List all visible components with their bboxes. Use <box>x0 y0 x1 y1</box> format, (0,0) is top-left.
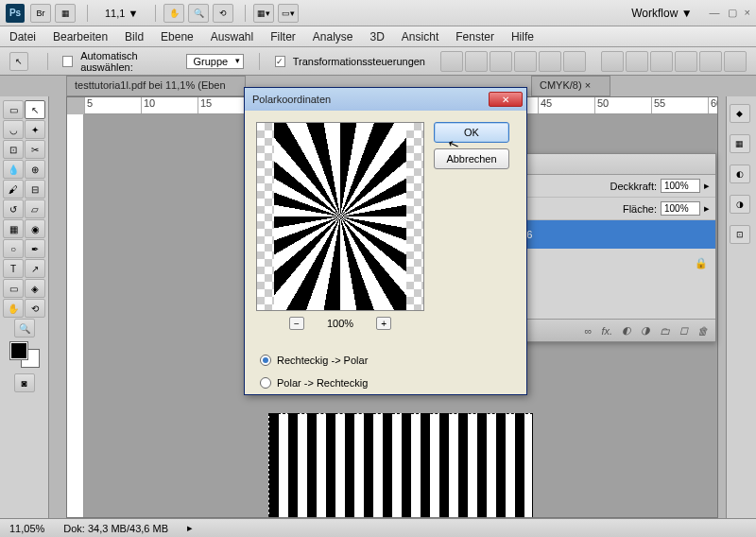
hand-icon[interactable]: ✋ <box>163 4 184 23</box>
wand-tool[interactable]: ✦ <box>25 120 45 139</box>
radio-polar-to-rect[interactable]: Polar -> Rechteckig <box>260 377 526 389</box>
menu-datei[interactable]: Datei <box>9 30 36 43</box>
auto-select-dropdown[interactable]: Gruppe <box>186 54 244 69</box>
brush-tool[interactable]: 🖌 <box>3 180 24 199</box>
cancel-button[interactable]: Abbrechen <box>434 148 509 169</box>
menu-ebene[interactable]: Ebene <box>161 30 194 43</box>
quickmask-tool[interactable]: ◙ <box>14 373 35 392</box>
opacity-input[interactable]: 100% <box>661 179 700 193</box>
shape-tool[interactable]: ▭ <box>3 279 24 298</box>
distribute-icon[interactable] <box>675 51 697 72</box>
dodge-tool[interactable]: ○ <box>3 239 24 258</box>
path-tool[interactable]: ↗ <box>25 259 45 278</box>
ruler-vertical <box>67 114 84 517</box>
dialog-titlebar[interactable]: Polarkoordinaten ✕ <box>245 88 526 111</box>
align-icon[interactable] <box>465 51 488 72</box>
pen-tool[interactable]: ✒ <box>25 239 45 258</box>
history-icon[interactable]: ▦ <box>55 4 76 23</box>
zoom-in-button[interactable]: + <box>376 317 391 330</box>
opacity-label: Deckkraft: <box>610 181 657 192</box>
menu-filter[interactable]: Filter <box>270 30 296 43</box>
menu-fenster[interactable]: Fenster <box>455 30 494 43</box>
align-icon[interactable] <box>514 51 537 72</box>
rotate-icon[interactable]: ⟲ <box>213 4 233 23</box>
move-tool[interactable]: ↖ <box>25 100 45 119</box>
workspace-switcher[interactable]: Workflow ▼ <box>624 5 699 22</box>
arrange-icon[interactable]: ▦▾ <box>253 4 274 23</box>
maximize-icon[interactable]: ▢ <box>728 7 737 19</box>
move-tool-icon[interactable]: ↖ <box>9 52 28 71</box>
zoom-tool[interactable]: 🔍 <box>14 319 35 338</box>
status-doc[interactable]: Dok: 34,3 MB/43,6 MB <box>63 523 168 534</box>
dialog-close-icon[interactable]: ✕ <box>489 92 523 107</box>
bridge-icon[interactable]: Br <box>30 4 51 23</box>
minimize-icon[interactable]: — <box>710 7 720 19</box>
adjustment-icon[interactable]: ◑ <box>641 324 650 337</box>
distribute-icon[interactable] <box>699 51 722 72</box>
distribute-icon[interactable] <box>650 51 673 72</box>
distribute-icon[interactable] <box>724 51 747 72</box>
zoom-icon[interactable]: 🔍 <box>188 4 209 23</box>
document-tab[interactable]: testtutoria1l.pdf bei 11,1% (Eben <box>66 76 246 96</box>
auto-select-checkbox[interactable] <box>62 56 73 67</box>
toolbox: ▭↖ ◡✦ ⊡✂ 💧⊕ 🖌⊟ ↺▱ ▦◉ ○✒ T↗ ▭◈ ✋⟲ 🔍 ◙ <box>0 96 49 537</box>
panel-icon[interactable]: ◐ <box>730 165 750 183</box>
fill-label: Fläche: <box>623 203 657 215</box>
document-tab-2[interactable]: CMYK/8) × <box>531 76 610 96</box>
align-icon[interactable] <box>440 51 463 72</box>
ok-button[interactable]: OK <box>434 122 509 143</box>
menu-ansicht[interactable]: Ansicht <box>402 30 438 43</box>
distribute-icon[interactable] <box>626 51 648 72</box>
panel-icon[interactable]: ▦ <box>730 134 750 153</box>
stamp-tool[interactable]: ⊟ <box>25 180 45 199</box>
radio-rect-to-polar[interactable]: Rechteckig -> Polar <box>260 355 526 366</box>
align-icon[interactable] <box>490 51 512 72</box>
status-zoom[interactable]: 11,05% <box>9 523 44 534</box>
lock-icon: 🔒 <box>695 257 708 269</box>
panel-icon[interactable]: ◆ <box>730 104 750 123</box>
fill-input[interactable]: 100% <box>661 201 700 216</box>
panel-icon[interactable]: ◑ <box>730 195 750 214</box>
color-swatch[interactable] <box>10 342 39 367</box>
zoom-value: 100% <box>327 318 353 329</box>
blur-tool[interactable]: ◉ <box>25 219 45 238</box>
transform-checkbox[interactable]: ✓ <box>275 56 285 67</box>
eraser-tool[interactable]: ▱ <box>25 199 45 218</box>
link-icon[interactable]: ∞ <box>585 325 593 337</box>
align-icon[interactable] <box>563 51 586 72</box>
title-bar: Ps Br ▦ 11,1 ▼ ✋ 🔍 ⟲ ▦▾ ▭▾ Workflow ▼ — … <box>0 0 756 26</box>
hand-tool[interactable]: ✋ <box>3 299 24 318</box>
lasso-tool[interactable]: ◡ <box>3 120 24 139</box>
slice-tool[interactable]: ✂ <box>25 140 45 159</box>
distribute-icon[interactable] <box>601 51 624 72</box>
marquee-tool[interactable]: ▭ <box>3 100 24 119</box>
folder-icon[interactable]: 🗀 <box>660 325 670 337</box>
menu-hilfe[interactable]: Hilfe <box>511 30 534 43</box>
menu-3d[interactable]: 3D <box>370 30 385 43</box>
menu-auswahl[interactable]: Auswahl <box>211 30 253 43</box>
fx-icon[interactable]: fx. <box>601 325 612 337</box>
menu-bild[interactable]: Bild <box>125 30 144 43</box>
menu-bar: Datei Bearbeiten Bild Ebene Auswahl Filt… <box>0 26 756 47</box>
trash-icon[interactable]: 🗑 <box>697 325 708 337</box>
crop-tool[interactable]: ⊡ <box>3 140 24 159</box>
screen-mode-icon[interactable]: ▭▾ <box>278 4 299 23</box>
zoom-out-button[interactable]: − <box>289 317 304 330</box>
filter-preview[interactable] <box>256 122 424 311</box>
dialog-title: Polarkoordinaten <box>252 94 331 105</box>
menu-analyse[interactable]: Analyse <box>313 30 353 43</box>
mask-icon[interactable]: ◐ <box>622 324 631 337</box>
eyedropper-tool[interactable]: 💧 <box>3 160 24 179</box>
panel-icon[interactable]: ⊡ <box>730 225 750 244</box>
new-layer-icon[interactable]: ◻ <box>679 324 688 337</box>
rotate-view-tool[interactable]: ⟲ <box>25 299 45 318</box>
gradient-tool[interactable]: ▦ <box>3 219 24 238</box>
heal-tool[interactable]: ⊕ <box>25 160 45 179</box>
align-icon[interactable] <box>539 51 561 72</box>
3d-tool[interactable]: ◈ <box>25 279 45 298</box>
type-tool[interactable]: T <box>3 259 24 278</box>
menu-bearbeiten[interactable]: Bearbeiten <box>53 30 108 43</box>
zoom-display[interactable]: 11,1 ▼ <box>95 8 147 19</box>
history-brush-tool[interactable]: ↺ <box>3 199 24 218</box>
close-icon[interactable]: × <box>745 7 750 19</box>
